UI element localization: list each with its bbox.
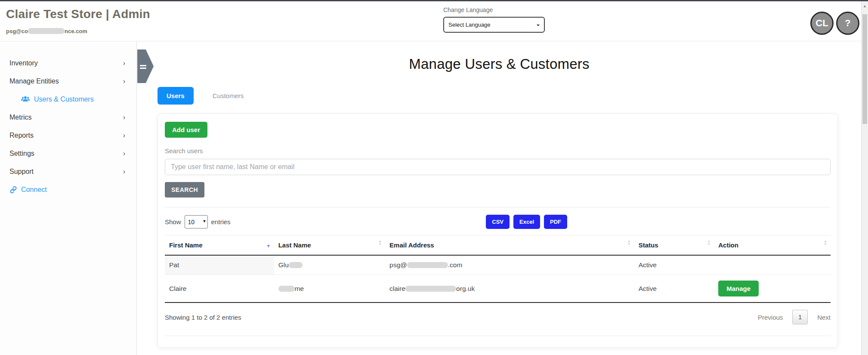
sort-icon: ▲▼ xyxy=(707,240,710,246)
chevron-right-icon: › xyxy=(123,59,125,67)
redaction-bar xyxy=(407,262,448,268)
cell-last-name: Glu xyxy=(274,255,385,275)
scrollbar[interactable]: ▲ xyxy=(861,1,868,355)
manage-button[interactable]: Manage xyxy=(718,281,759,296)
entries-label: entries xyxy=(211,218,231,225)
sort-desc-icon: ▼ xyxy=(266,244,271,248)
show-label: Show xyxy=(165,218,181,225)
user-avatar[interactable]: CL xyxy=(810,12,834,35)
email-prefix: psg@co xyxy=(6,28,28,34)
email-text: org.uk xyxy=(456,285,475,292)
redaction-bar xyxy=(278,286,295,292)
column-label: First Name xyxy=(169,241,203,249)
email-suffix: nce.com xyxy=(65,28,87,34)
search-input[interactable] xyxy=(165,159,831,175)
chevron-right-icon: › xyxy=(123,150,125,157)
tab-users[interactable]: Users xyxy=(158,87,194,105)
redaction-bar xyxy=(405,286,456,292)
page-number-button[interactable]: 1 xyxy=(792,310,808,324)
last-name-text: Glu xyxy=(278,261,289,269)
sidebar-item-users-customers[interactable]: Users & Customers xyxy=(0,90,136,108)
column-label: Action xyxy=(718,241,738,249)
change-language-label: Change Language xyxy=(443,6,545,13)
redaction-bar xyxy=(28,28,65,34)
sidebar-item-label: Support xyxy=(9,168,34,176)
column-label: Email Address xyxy=(389,241,434,249)
link-icon xyxy=(9,186,17,194)
sidebar-item-label: Reports xyxy=(9,132,34,139)
language-select[interactable]: Select Language xyxy=(443,17,545,33)
sidebar-item-connect[interactable]: Connect xyxy=(0,181,136,199)
column-header-last-name[interactable]: Last Name ▲▼ xyxy=(274,235,385,256)
page-size-select[interactable]: 10 xyxy=(185,215,208,228)
scroll-up-icon[interactable]: ▲ xyxy=(862,1,868,8)
column-label: Status xyxy=(639,241,658,249)
last-name-text: me xyxy=(295,285,304,292)
column-header-email[interactable]: Email Address ▲▼ xyxy=(385,235,634,256)
entries-info: Showing 1 to 2 of 2 entries xyxy=(165,314,241,321)
sidebar-item-label: Metrics xyxy=(9,114,32,121)
table-controls: Show 10 ▾ entries CSV Excel PDF xyxy=(165,214,831,230)
table-row: Pat Glu psg@.com Active xyxy=(165,255,831,275)
sort-icon: ▲▼ xyxy=(627,240,631,246)
cell-status: Active xyxy=(634,255,714,275)
language-block: Change Language Select Language ⌄ xyxy=(443,6,545,33)
export-pdf-button[interactable]: PDF xyxy=(544,215,567,229)
cell-status: Active xyxy=(634,275,714,303)
next-page-button[interactable]: Next xyxy=(817,314,831,321)
search-users-label: Search users xyxy=(165,147,831,154)
sidebar-item-inventory[interactable]: Inventory › xyxy=(0,54,136,72)
sidebar-item-label: Connect xyxy=(21,186,47,194)
account-email: psg@conce.com xyxy=(6,28,87,34)
sidebar-item-settings[interactable]: Settings › xyxy=(0,145,136,163)
section-divider xyxy=(165,207,831,207)
help-button[interactable]: ? xyxy=(836,12,859,35)
export-buttons: CSV Excel PDF xyxy=(486,215,567,229)
email-text: psg@ xyxy=(389,261,407,269)
sidebar: Inventory › Manage Entities › Users & Cu… xyxy=(0,41,137,355)
sidebar-item-manage-entities[interactable]: Manage Entities › xyxy=(0,72,136,90)
page: Claire Test Store | Admin psg@conce.com … xyxy=(0,0,868,355)
cell-last-name: me xyxy=(274,275,385,303)
show-entries-control: Show 10 ▾ entries xyxy=(165,215,231,228)
cell-first-name: Pat xyxy=(165,255,274,275)
sidebar-item-label: Settings xyxy=(9,150,34,157)
scrollbar-thumb[interactable] xyxy=(862,14,867,124)
users-icon xyxy=(21,96,30,103)
table-footer: Showing 1 to 2 of 2 entries Previous 1 N… xyxy=(165,310,831,324)
chevron-right-icon: › xyxy=(123,168,125,176)
chevron-right-icon: › xyxy=(123,132,125,139)
sidebar-item-label: Manage Entities xyxy=(9,77,59,85)
app-header: Claire Test Store | Admin psg@conce.com … xyxy=(0,1,861,41)
export-csv-button[interactable]: CSV xyxy=(486,215,510,229)
column-header-status[interactable]: Status ▲▼ xyxy=(634,235,714,256)
main-content: Manage Users & Customers Users Customers… xyxy=(137,41,861,355)
store-title: Claire Test Store | Admin xyxy=(6,7,150,21)
column-header-action[interactable]: Action ▲▼ xyxy=(714,235,831,256)
sort-icon: ▲▼ xyxy=(378,240,382,246)
column-label: Last Name xyxy=(278,241,311,249)
sort-icon: ▲▼ xyxy=(824,240,827,246)
sidebar-item-label: Inventory xyxy=(9,59,38,67)
column-header-first-name[interactable]: First Name ▼ xyxy=(165,235,274,256)
cell-email: psg@.com xyxy=(385,255,634,275)
cell-email: claireorg.uk xyxy=(385,275,634,303)
chevron-right-icon: › xyxy=(123,114,125,121)
pagination: Previous 1 Next xyxy=(758,310,831,324)
export-excel-button[interactable]: Excel xyxy=(513,215,540,229)
previous-page-button[interactable]: Previous xyxy=(758,314,783,321)
cell-action xyxy=(714,255,831,275)
sidebar-item-metrics[interactable]: Metrics › xyxy=(0,108,136,127)
chevron-right-icon: › xyxy=(123,77,125,85)
sidebar-item-support[interactable]: Support › xyxy=(0,163,136,181)
page-title: Manage Users & Customers xyxy=(137,56,861,72)
card-bottom-divider xyxy=(165,336,831,336)
email-text: claire xyxy=(389,285,405,292)
search-button[interactable]: SEARCH xyxy=(165,182,204,198)
sidebar-item-reports[interactable]: Reports › xyxy=(0,127,136,145)
email-text: .com xyxy=(448,261,463,269)
add-user-button[interactable]: Add user xyxy=(165,122,207,138)
window-top-border xyxy=(0,0,868,1)
tab-customers[interactable]: Customers xyxy=(213,92,244,99)
users-table: First Name ▼ Last Name ▲▼ Email Address … xyxy=(165,235,831,303)
